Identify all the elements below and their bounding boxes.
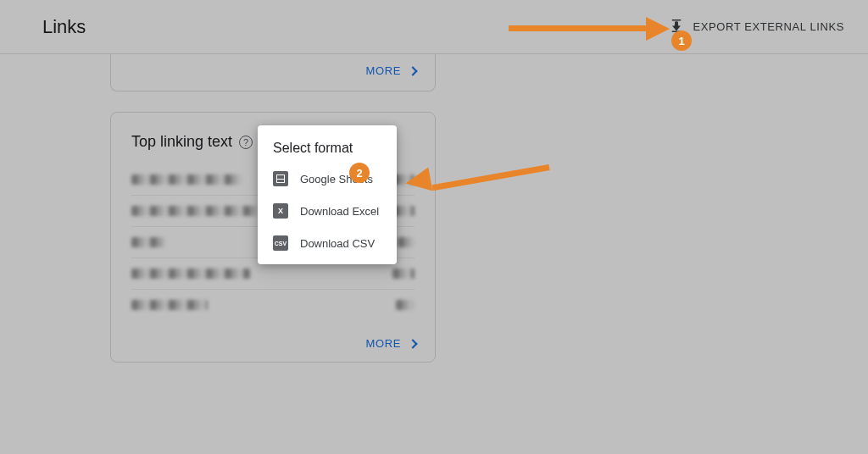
export-external-links-button[interactable]: EXPORT EXTERNAL LINKS <box>669 19 844 35</box>
table-row[interactable] <box>131 290 415 320</box>
more-link[interactable]: MORE <box>366 64 416 77</box>
popup-item-label: Download Excel <box>300 205 379 218</box>
more-link[interactable]: MORE <box>366 337 416 350</box>
redacted-value <box>392 269 415 279</box>
card-footer: MORE <box>111 327 435 360</box>
redacted-text <box>131 269 250 279</box>
help-icon[interactable]: ? <box>239 136 253 149</box>
format-option-excel[interactable]: X Download Excel <box>258 195 397 227</box>
chevron-right-icon <box>408 339 417 348</box>
card-footer: MORE <box>111 54 435 87</box>
export-label: EXPORT EXTERNAL LINKS <box>693 20 844 33</box>
select-format-popup: Select format Google Sheets X Download E… <box>258 125 397 264</box>
redacted-text <box>131 206 259 216</box>
page-title: Links <box>42 16 86 38</box>
annotation-badge-1: 1 <box>671 30 692 51</box>
content: MORE Top linking text ? <box>0 54 868 363</box>
annotation-arrow-1 <box>509 19 670 37</box>
redacted-text <box>131 174 242 185</box>
header: Links EXPORT EXTERNAL LINKS <box>0 0 868 54</box>
popup-item-label: Download CSV <box>300 237 375 250</box>
annotation-badge-2: 2 <box>349 163 370 183</box>
format-option-csv[interactable]: CSV Download CSV <box>258 227 397 259</box>
sheets-icon <box>273 171 288 186</box>
chevron-right-icon <box>408 66 417 75</box>
card-previous: MORE <box>110 54 436 91</box>
redacted-text <box>131 300 208 310</box>
annotation-arrow-2 <box>405 152 549 203</box>
redacted-value <box>398 237 415 247</box>
card-title: Top linking text <box>131 133 232 151</box>
popup-title: Select format <box>258 137 397 163</box>
excel-icon: X <box>273 203 288 219</box>
redacted-text <box>131 237 165 247</box>
csv-icon: CSV <box>273 235 288 251</box>
redacted-value <box>396 300 415 310</box>
format-option-google-sheets[interactable]: Google Sheets <box>258 163 397 195</box>
